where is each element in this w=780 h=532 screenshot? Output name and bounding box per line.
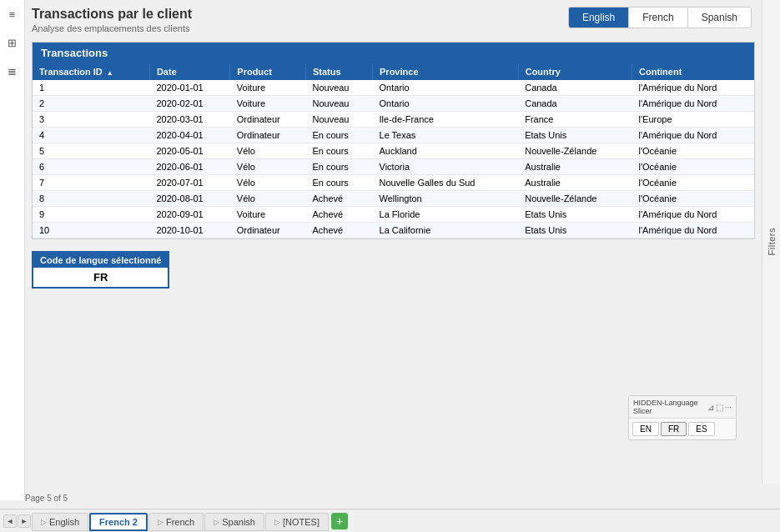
table-row: 102020-10-01OrdinateurAchevéLa Californi… bbox=[33, 223, 754, 238]
table-row: 62020-06-01VéloEn coursVictoriaAustralie… bbox=[33, 159, 754, 175]
transactions-section: Transactions Transaction ID ▲ Date Produ… bbox=[32, 42, 755, 239]
tab-notes[interactable]: ▷ [NOTES] bbox=[265, 513, 329, 531]
transactions-table: Transaction ID ▲ Date Product Status Pro… bbox=[33, 63, 754, 238]
sidebar-icon-menu[interactable]: ≡ bbox=[5, 7, 20, 22]
col-province[interactable]: Province bbox=[373, 63, 519, 80]
tab-french-icon: ▷ bbox=[158, 518, 164, 526]
tab-notes-label: [NOTES] bbox=[283, 517, 320, 527]
hidden-slicer: HIDDEN-Language Slicer ⊿ ⬚ ··· EN FR ES bbox=[628, 395, 737, 440]
col-country[interactable]: Country bbox=[518, 63, 632, 80]
page-title: Transactions par le client bbox=[32, 7, 192, 22]
sort-arrow-id: ▲ bbox=[107, 69, 113, 77]
lang-code-section: Code de langue sélectionné FR bbox=[32, 251, 169, 289]
table-row: 22020-02-01VoitureNouveauOntarioCanadal'… bbox=[33, 96, 754, 112]
sidebar-icon-grid[interactable]: ⊞ bbox=[5, 35, 20, 50]
table-row: 32020-03-01OrdinateurNouveauIle-de-Franc… bbox=[33, 112, 754, 128]
tab-notes-icon: ▷ bbox=[274, 518, 280, 526]
nav-prev[interactable]: ◄ bbox=[3, 514, 17, 528]
page-subtitle: Analyse des emplacements des clients bbox=[32, 23, 192, 33]
tab-french2[interactable]: French 2 bbox=[89, 513, 148, 531]
filters-label: Filters bbox=[767, 228, 777, 255]
tab-french[interactable]: ▷ French bbox=[148, 513, 204, 531]
sidebar-icon-list[interactable]: ≣ bbox=[5, 63, 20, 78]
lang-btn-french[interactable]: French bbox=[629, 8, 687, 28]
header-left: Transactions par le client Analyse des e… bbox=[32, 7, 192, 33]
slicer-btn-es[interactable]: ES bbox=[688, 422, 714, 436]
header: Transactions par le client Analyse des e… bbox=[25, 0, 762, 38]
col-date[interactable]: Date bbox=[149, 63, 229, 80]
table-row: 42020-04-01OrdinateurEn coursLe TexasEta… bbox=[33, 128, 754, 143]
slicer-header: HIDDEN-Language Slicer ⊿ ⬚ ··· bbox=[629, 396, 736, 419]
left-sidebar: ≡ ⊞ ≣ bbox=[0, 0, 25, 500]
language-buttons: English French Spanish bbox=[568, 7, 752, 28]
slicer-btn-fr[interactable]: FR bbox=[661, 422, 687, 436]
lang-btn-spanish[interactable]: Spanish bbox=[688, 8, 751, 28]
table-row: 52020-05-01VéloEn coursAucklandNouvelle-… bbox=[33, 143, 754, 159]
bottom-tabs: ◄ ► ▷ English French 2 ▷ French ▷ Spanis… bbox=[0, 509, 780, 532]
slicer-icons: ⊿ ⬚ ··· bbox=[707, 403, 732, 412]
tab-spanish-label: Spanish bbox=[222, 517, 255, 527]
slicer-btn-en[interactable]: EN bbox=[632, 422, 659, 436]
tab-spanish-icon: ▷ bbox=[214, 518, 219, 526]
lang-code-value: FR bbox=[33, 268, 168, 287]
col-transaction-id[interactable]: Transaction ID ▲ bbox=[33, 63, 149, 80]
table-header-bar: Transactions bbox=[33, 43, 754, 63]
table-row: 12020-01-01VoitureNouveauOntarioCanadal'… bbox=[33, 80, 754, 96]
table-row: 92020-09-01VoitureAchevéLa FlorideEtats … bbox=[33, 207, 754, 223]
tab-spanish[interactable]: ▷ Spanish bbox=[204, 513, 264, 531]
table-row: 82020-08-01VéloAchevéWellingtonNouvelle-… bbox=[33, 191, 754, 207]
slicer-title: HIDDEN-Language Slicer bbox=[633, 399, 707, 415]
tab-french-label: French bbox=[166, 517, 194, 527]
tab-english-label: English bbox=[49, 517, 79, 527]
slicer-more-icon[interactable]: ··· bbox=[725, 403, 732, 412]
slicer-expand-icon[interactable]: ⬚ bbox=[716, 403, 723, 412]
tab-english[interactable]: ▷ English bbox=[32, 513, 88, 531]
tab-english-icon: ▷ bbox=[41, 518, 47, 526]
lang-code-box: Code de langue sélectionné FR bbox=[32, 251, 169, 289]
table-row: 72020-07-01VéloEn coursNouvelle Galles d… bbox=[33, 175, 754, 191]
col-continent[interactable]: Continent bbox=[632, 63, 755, 80]
slicer-buttons: EN FR ES bbox=[629, 419, 736, 439]
filters-panel[interactable]: Filters bbox=[762, 0, 780, 484]
lang-btn-english[interactable]: English bbox=[569, 8, 629, 28]
col-product[interactable]: Product bbox=[230, 63, 306, 80]
main-content: Transactions par le client Analyse des e… bbox=[25, 0, 762, 507]
nav-next[interactable]: ► bbox=[18, 514, 31, 528]
lang-code-title: Code de langue sélectionné bbox=[33, 253, 168, 268]
slicer-filter-icon[interactable]: ⊿ bbox=[707, 403, 714, 412]
col-status[interactable]: Status bbox=[305, 63, 372, 80]
tab-french2-label: French 2 bbox=[99, 517, 138, 527]
add-tab-button[interactable]: + bbox=[331, 513, 348, 529]
page-info: Page 5 of 5 bbox=[25, 494, 68, 503]
